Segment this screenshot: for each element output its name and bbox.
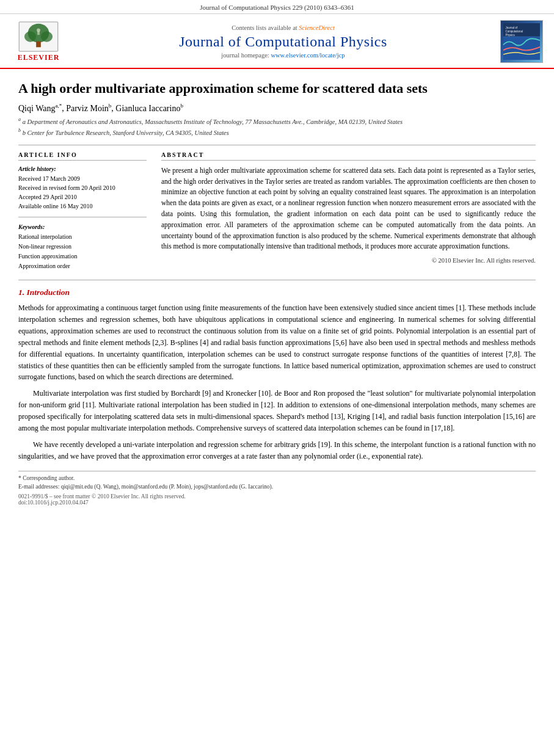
introduction-heading: 1. Introduction xyxy=(18,288,536,297)
journal-header: ELSEVIER Contents lists available at Sci… xyxy=(0,14,554,69)
footer-license: 0021-9991/$ – see front matter © 2010 El… xyxy=(18,493,536,506)
elsevier-tree-icon xyxy=(18,21,59,52)
footnote-corresponding: * Corresponding author. xyxy=(18,475,536,481)
history-received: Received 17 March 2009 xyxy=(18,174,147,183)
journal-ref-text: Journal of Computational Physics 229 (20… xyxy=(200,4,354,11)
footnote-emails: E-mail addresses: qiqi@mit.edu (Q. Wang)… xyxy=(18,484,536,490)
body-text: Methods for approximating a continuous t… xyxy=(18,302,536,462)
author-b-sup2: b xyxy=(180,103,183,109)
svg-point-2 xyxy=(24,31,36,42)
abstract-header: ABSTRACT xyxy=(161,151,536,161)
history-online: Available online 16 May 2010 xyxy=(18,202,147,211)
header-divider xyxy=(18,145,536,145)
svg-text:Journal of: Journal of xyxy=(506,26,518,29)
abstract-paragraph: We present a high order multivariate app… xyxy=(161,165,536,253)
keyword-4: Approximation order xyxy=(18,261,147,271)
author-a-sup: a,* xyxy=(55,103,62,109)
history-accepted: Accepted 29 April 2010 xyxy=(18,192,147,202)
journal-main-title: Journal of Computational Physics xyxy=(72,34,494,50)
history-label: Article history: xyxy=(18,165,147,172)
email-label: E-mail addresses: xyxy=(18,484,59,490)
article-info-column: ARTICLE INFO Article history: Received 1… xyxy=(18,151,147,271)
svg-text:Physics: Physics xyxy=(506,34,516,37)
sciencedirect-link-text: ScienceDirect xyxy=(299,24,335,31)
journal-ref-bar: Journal of Computational Physics 229 (20… xyxy=(0,0,554,14)
main-content: A high order multivariate approximation … xyxy=(0,69,554,518)
intro-paragraph-3: We have recently developed a uni-variate… xyxy=(18,439,536,462)
paper-title: A high order multivariate approximation … xyxy=(18,80,536,98)
keywords-label: Keywords: xyxy=(18,224,147,230)
svg-rect-4 xyxy=(36,41,41,47)
keywords-section: Keywords: Rational interpolation Non-lin… xyxy=(18,224,147,271)
cover-image-svg: Journal of Computational Physics xyxy=(501,23,542,60)
license-text: 0021-9991/$ – see front matter © 2010 El… xyxy=(18,493,536,500)
intro-paragraph-2: Multivariate interpolation was first stu… xyxy=(18,388,536,434)
journal-cover-image: Journal of Computational Physics xyxy=(500,20,543,63)
homepage-link-text: www.elsevier.com/locate/jcp xyxy=(271,52,344,59)
article-info-header: ARTICLE INFO xyxy=(18,151,147,161)
two-col-section: ARTICLE INFO Article history: Received 1… xyxy=(18,151,536,271)
page-wrapper: Journal of Computational Physics 229 (20… xyxy=(0,0,554,756)
intro-paragraph-1: Methods for approximating a continuous t… xyxy=(18,302,536,383)
keyword-1: Rational interpolation xyxy=(18,232,147,242)
authors-line: Qiqi Wanga,*, Parviz Moinb, Gianluca Iac… xyxy=(18,103,536,114)
full-divider xyxy=(18,280,536,280)
doi-text: doi:10.1016/j.jcp.2010.04.047 xyxy=(18,500,536,506)
elsevier-brand-text: ELSEVIER xyxy=(18,53,60,62)
sciencedirect-prefix: Contents lists available at xyxy=(231,24,299,31)
sciencedirect-line: Contents lists available at ScienceDirec… xyxy=(72,24,494,31)
journal-title-block: Contents lists available at ScienceDirec… xyxy=(66,24,500,59)
svg-text:Computational: Computational xyxy=(506,30,523,33)
author-sep2: , Gianluca Iaccarino xyxy=(111,103,180,112)
keyword-3: Function approximation xyxy=(18,252,147,261)
article-history: Article history: Received 17 March 2009 … xyxy=(18,165,147,211)
keyword-2: Non-linear regression xyxy=(18,242,147,252)
abstract-column: ABSTRACT We present a high order multiva… xyxy=(161,151,536,271)
email-addresses: qiqi@mit.edu (Q. Wang), moin@stanford.ed… xyxy=(61,484,273,490)
affiliations: a a Department of Aeronautics and Astron… xyxy=(18,116,536,137)
affiliation-b: b b Center for Turbulence Research, Stan… xyxy=(18,127,536,137)
affiliation-a: a a Department of Aeronautics and Astron… xyxy=(18,116,536,126)
history-revised: Received in revised form 20 April 2010 xyxy=(18,183,147,192)
homepage-prefix: journal homepage: xyxy=(221,52,271,59)
elsevier-logo: ELSEVIER xyxy=(11,21,66,62)
introduction-section: 1. Introduction Methods for approximatin… xyxy=(18,288,536,462)
info-divider xyxy=(18,217,147,217)
journal-homepage: journal homepage: www.elsevier.com/locat… xyxy=(72,52,494,59)
svg-rect-6 xyxy=(37,31,40,35)
abstract-text: We present a high order multivariate app… xyxy=(161,165,536,253)
corresponding-author-label: * Corresponding author. xyxy=(18,475,75,481)
author-sep1: , Parviz Moin xyxy=(62,103,109,112)
footer: * Corresponding author. E-mail addresses… xyxy=(18,471,536,506)
svg-point-3 xyxy=(41,31,53,42)
author-qiqi: Qiqi Wang xyxy=(18,103,55,112)
copyright-line: © 2010 Elsevier Inc. All rights reserved… xyxy=(161,257,536,264)
